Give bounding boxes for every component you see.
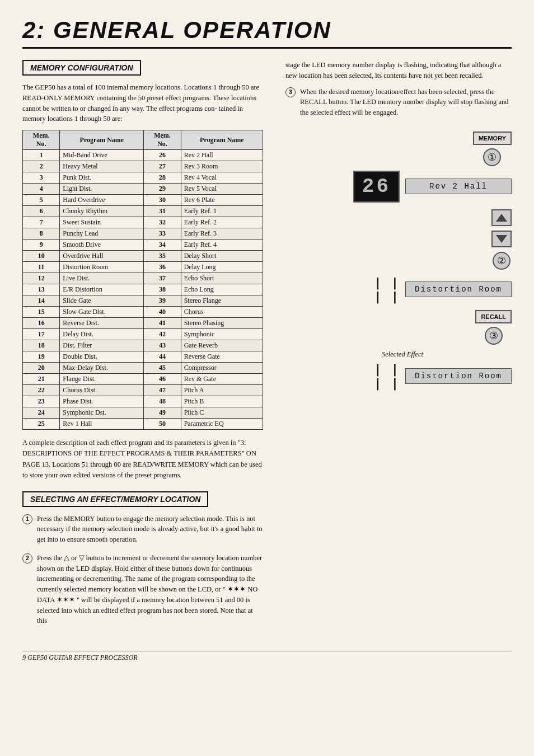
led-dots-2: | | | | [374,362,400,390]
memory-row: MEMORY ① [293,132,512,166]
step-2: 2 Press the △ or ▽ button to increment o… [22,553,263,626]
table-row: 23Phase Dist.48Pitch B [23,396,263,407]
step-3-text: When the desired memory location/effect … [300,87,512,118]
memory-config-header: MEMORY CONFIGURATION [22,60,141,76]
table-row: 16Reverse Dist.41Stereo Phasing [23,318,263,329]
memory-config-para: A complete description of each effect pr… [22,438,263,481]
table-row: 13E/R Distortion38Echo Long [23,284,263,295]
memory-table: Mem.No. Program Name Mem.No. Program Nam… [22,130,263,430]
table-row: 10Overdrive Hall35Delay Short [23,251,263,262]
table-row: 4Light Dist.29Rev 5 Vocal [23,184,263,195]
step-1-text: Press the MEMORY button to engage the me… [37,514,263,545]
col-header-mem2: Mem.No. [144,130,181,150]
table-row: 15Slow Gate Dist.40Chorus [23,307,263,318]
table-row: 14Slide Gate39Stereo Flange [23,295,263,307]
table-row: 7Sweet Sustain32Early Ref. 2 [23,217,263,228]
selected-effect-label: Selected Effect [293,350,512,359]
distortion-row-2: | | | | Distortion Room [293,362,512,390]
step-2-num: 2 [22,553,32,564]
down-arrow-icon [496,235,507,243]
col-header-prog2: Program Name [181,130,263,150]
table-row: 21Flange Dist.46Rev & Gate [23,374,263,385]
table-row: 9Smooth Drive34Early Ref. 4 [23,240,263,251]
table-row: 5Hard Overdrive30Rev 6 Plate [23,195,263,206]
right-para: stage the LED memory number display is f… [285,60,512,81]
memory-config-label: MEMORY CONFIGURATION [30,63,133,72]
seg-display-26: 26 [353,171,400,203]
table-row: 18Dist. Filter43Gate Reverb [23,340,263,351]
left-column: MEMORY CONFIGURATION The GEP50 has a tot… [22,60,263,634]
lcd-rev2hall: Rev 2 Hall [405,179,512,194]
step-2-text: Press the △ or ▽ button to increment or … [37,553,263,626]
table-row: 8Punchy Lead33Early Ref. 3 [23,228,263,240]
table-row: 20Max-Delay Dist.45Compressor [23,363,263,374]
table-row: 17Delay Dist.42Symphonic [23,329,263,340]
table-row: 12Live Dist.37Echo Short [23,273,263,284]
table-row: 1Mid-Band Drive26Rev 2 Hall [23,150,263,161]
distortion-row-1: | | | | Distortion Room [293,275,512,303]
memory-label: MEMORY [473,132,512,145]
table-row: 2Heavy Metal27Rev 3 Room [23,161,263,172]
memory-panel: MEMORY ① [473,132,512,166]
led-dots-1: | | | | [374,275,400,303]
decrement-button[interactable] [491,231,512,247]
table-row: 6Chunky Rhythm31Early Ref. 1 [23,206,263,217]
step-3-num: 3 [285,87,296,97]
up-arrow-icon [496,214,507,222]
table-row: 22Chorus Dist.47Pitch A [23,385,263,396]
memory-config-intro: The GEP50 has a total of 100 internal me… [22,82,263,124]
increment-button[interactable] [491,209,512,226]
recall-panel: RECALL ③ [475,310,512,345]
step-1-num: 1 [22,514,32,524]
selecting-header: SELECTING AN EFFECT/MEMORY LOCATION [22,491,208,507]
recall-row: RECALL ③ [293,310,512,345]
table-row: 24Symphonic Dst.49Pitch C [23,407,263,419]
table-row: 19Double Dist.44Reverse Gate [23,351,263,363]
memory-config-section: MEMORY CONFIGURATION The GEP50 has a tot… [22,60,263,481]
step-2-circle: ② [493,252,510,270]
arrows-row: ② [293,209,512,270]
diagram-container: MEMORY ① 26 Rev 2 Hall [293,132,512,390]
right-column: stage the LED memory number display is f… [280,60,512,634]
col-header-prog1: Program Name [60,130,144,150]
step-3-container: 3 When the desired memory location/effec… [285,87,512,124]
num-lcd-row: 26 Rev 2 Hall [293,171,512,203]
arrow-buttons: ② [491,209,512,270]
table-row: 11Distortion Room36Delay Long [23,262,263,273]
recall-label: RECALL [475,310,512,323]
lcd-distortion-room-1: Distortion Room [405,281,512,297]
lcd-distortion-room-2: Distortion Room [405,368,512,384]
page-footer: 9 GEP50 GUITAR EFFECT PROCESSOR [22,651,512,662]
recall-button[interactable]: ③ [485,327,503,345]
steps-list: 1 Press the MEMORY button to engage the … [22,514,263,627]
page-container: 2: GENERAL OPERATION MEMORY CONFIGURATIO… [22,17,512,662]
selecting-label: SELECTING AN EFFECT/MEMORY LOCATION [30,495,200,504]
memory-button[interactable]: ① [483,148,501,166]
page-title: 2: GENERAL OPERATION [22,17,512,44]
step-1: 1 Press the MEMORY button to engage the … [22,514,263,545]
table-row: 25Rev 1 Hall50Parametric EQ [23,419,263,430]
selecting-section: SELECTING AN EFFECT/MEMORY LOCATION 1 Pr… [22,491,263,627]
col-header-mem1: Mem.No. [23,130,60,150]
table-row: 3Punk Dist.28Rev 4 Vocal [23,172,263,184]
